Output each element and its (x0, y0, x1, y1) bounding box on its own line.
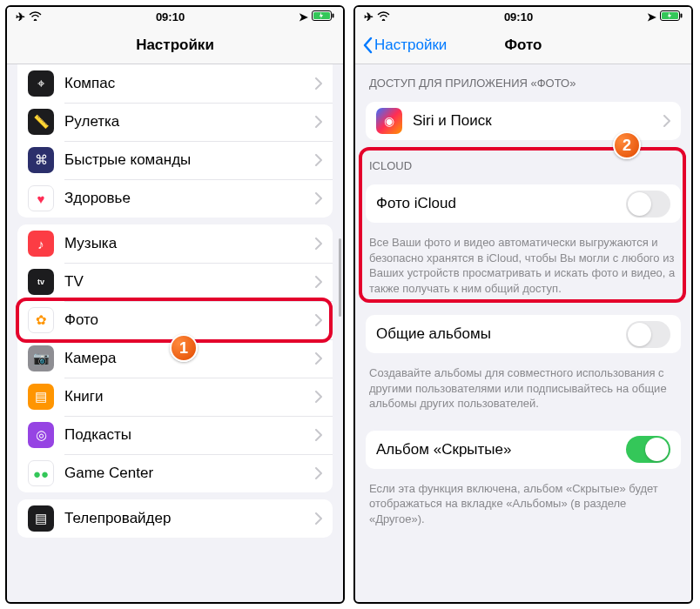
siri-icon: ◉ (376, 108, 402, 134)
tvprovider-icon: ▤ (28, 505, 54, 532)
row-label: TV (64, 273, 315, 291)
row-label: Компас (64, 75, 315, 92)
row-label: Книги (64, 388, 315, 405)
chevron-right-icon (663, 115, 670, 127)
chevron-right-icon (315, 391, 322, 403)
back-button[interactable]: Настройки (362, 37, 447, 54)
settings-row-podcasts[interactable]: ◎Подкасты (17, 416, 333, 454)
section-header: ДОСТУП ДЛЯ ПРИЛОЖЕНИЯ «ФОТО» (355, 64, 691, 95)
health-icon: ♥ (28, 185, 54, 211)
row-label: Быстрые команды (64, 151, 315, 169)
step-badge-2: 2 (613, 131, 641, 159)
podcasts-icon: ◎ (28, 422, 54, 448)
row-label: Альбом «Скрытые» (376, 441, 626, 458)
chevron-right-icon (315, 429, 322, 441)
status-time: 09:10 (156, 10, 185, 23)
row-label: Музыка (64, 235, 315, 252)
right-phone-photos-settings: ✈︎ 09:10 ➤ Настройки Фото ДОСТУП ДЛЯ ПРИ… (353, 5, 693, 604)
settings-row-health[interactable]: ♥Здоровье (17, 179, 333, 218)
status-bar: ✈︎ 09:10 ➤ (355, 7, 691, 26)
settings-row-compass[interactable]: ⌖Компас (17, 64, 333, 103)
photos-icon: ✿ (28, 307, 54, 333)
scrollbar[interactable] (339, 238, 341, 317)
chevron-right-icon (315, 467, 322, 479)
chevron-left-icon (362, 37, 373, 54)
shortcuts-icon: ⌘ (28, 147, 54, 173)
toggle-shared_albums[interactable] (626, 321, 670, 348)
settings-row-music[interactable]: ♪Музыка (17, 224, 333, 263)
location-icon: ➤ (299, 10, 308, 23)
compass-icon: ⌖ (28, 70, 54, 97)
chevron-right-icon (315, 314, 322, 326)
settings-row-photos[interactable]: ✿Фото (17, 301, 333, 339)
step-badge-1: 1 (170, 334, 198, 362)
row-hidden_album: Альбом «Скрытые» (366, 431, 681, 469)
svg-rect-5 (681, 13, 683, 17)
nav-bar: Настройки Фото (355, 26, 691, 64)
wifi-icon (29, 10, 42, 23)
row-label: Общие альбомы (376, 325, 626, 343)
settings-row-tv[interactable]: tvTV (17, 263, 333, 301)
chevron-right-icon (315, 192, 322, 204)
page-title: Фото (505, 37, 542, 54)
measure-icon: 📏 (28, 109, 54, 135)
svg-rect-2 (333, 13, 334, 17)
chevron-right-icon (315, 512, 322, 525)
section-footer: Создавайте альбомы для совместного испол… (355, 360, 691, 420)
battery-icon (312, 10, 334, 23)
tv-icon: tv (28, 269, 54, 295)
row-label: Game Center (64, 465, 315, 482)
row-label: Здоровье (64, 190, 315, 207)
chevron-right-icon (315, 238, 322, 250)
books-icon: ▤ (28, 384, 54, 410)
status-time: 09:10 (504, 10, 533, 23)
nav-bar: Настройки (7, 26, 343, 64)
section-footer: Если эта функция включена, альбом «Скрыт… (355, 476, 691, 536)
music-icon: ♪ (28, 231, 54, 257)
row-icloud_photos: Фото iCloud (366, 184, 681, 223)
battery-icon (660, 10, 683, 23)
airplane-icon: ✈︎ (16, 10, 25, 23)
settings-row-measure[interactable]: 📏Рулетка (17, 103, 333, 141)
row-label: Фото iCloud (376, 195, 626, 212)
settings-row-tvprovider[interactable]: ▤Телепровайдер (17, 499, 333, 538)
camera-icon: 📷 (28, 345, 54, 371)
row-label: Рулетка (64, 113, 315, 130)
settings-list[interactable]: ⌖Компас📏Рулетка⌘Быстрые команды♥Здоровье… (7, 64, 343, 602)
settings-row-shortcuts[interactable]: ⌘Быстрые команды (17, 141, 333, 179)
status-bar: ✈︎ 09:10 ➤ (7, 7, 343, 26)
row-label: Siri и Поиск (413, 112, 663, 130)
row-label: Подкасты (64, 426, 315, 444)
page-title: Настройки (136, 37, 214, 54)
toggle-hidden_album[interactable] (626, 436, 670, 463)
left-phone-settings: ✈︎ 09:10 ➤ Настройки ⌖Компас📏Рулетка⌘Быс… (5, 5, 345, 604)
row-shared_albums: Общие альбомы (366, 315, 681, 353)
chevron-right-icon (315, 276, 322, 288)
section-header: ICLOUD (355, 147, 691, 177)
chevron-right-icon (315, 77, 322, 90)
location-icon: ➤ (647, 10, 656, 23)
settings-row-gamecenter[interactable]: ●●Game Center (17, 454, 333, 492)
row-label: Телепровайдер (64, 510, 315, 527)
back-label: Настройки (374, 37, 447, 54)
section-footer: Все Ваши фото и видео автоматически выгр… (355, 230, 691, 304)
toggle-icloud_photos[interactable] (626, 191, 670, 218)
chevron-right-icon (315, 154, 322, 166)
wifi-icon (377, 10, 390, 23)
settings-row-books[interactable]: ▤Книги (17, 378, 333, 416)
airplane-icon: ✈︎ (364, 10, 374, 23)
chevron-right-icon (315, 352, 322, 365)
photos-settings-list[interactable]: ДОСТУП ДЛЯ ПРИЛОЖЕНИЯ «ФОТО»◉Siri и Поис… (355, 64, 691, 602)
chevron-right-icon (315, 116, 322, 128)
row-label: Фото (64, 311, 315, 329)
gamecenter-icon: ●● (28, 460, 54, 486)
